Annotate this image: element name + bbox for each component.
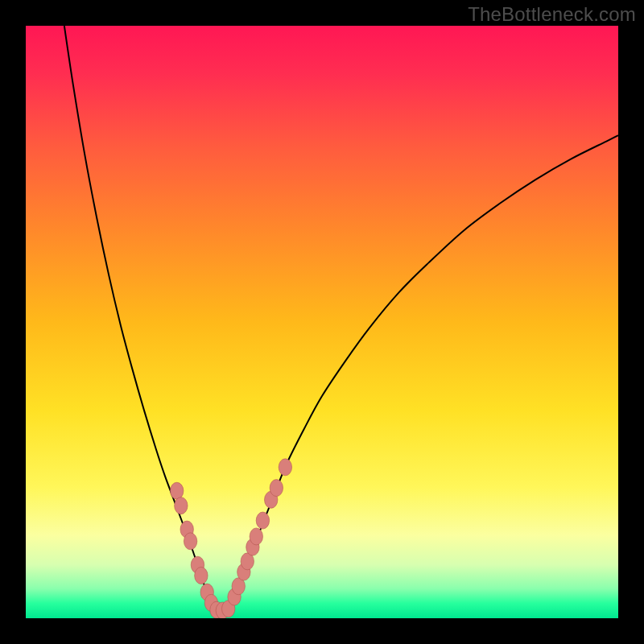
right-curve xyxy=(230,135,618,608)
data-marker xyxy=(279,459,291,476)
data-marker xyxy=(256,512,269,529)
chart-frame: TheBottleneck.com xyxy=(0,0,644,644)
data-marker xyxy=(195,568,208,584)
plot-area xyxy=(26,26,618,618)
data-marker xyxy=(250,528,262,545)
marker-group xyxy=(170,459,291,618)
data-marker xyxy=(175,497,188,514)
data-marker xyxy=(184,533,196,550)
curve-layer xyxy=(26,26,618,618)
watermark-text: TheBottleneck.com xyxy=(468,3,636,26)
data-marker xyxy=(170,482,183,499)
left-curve xyxy=(64,26,213,608)
data-marker xyxy=(270,480,283,497)
